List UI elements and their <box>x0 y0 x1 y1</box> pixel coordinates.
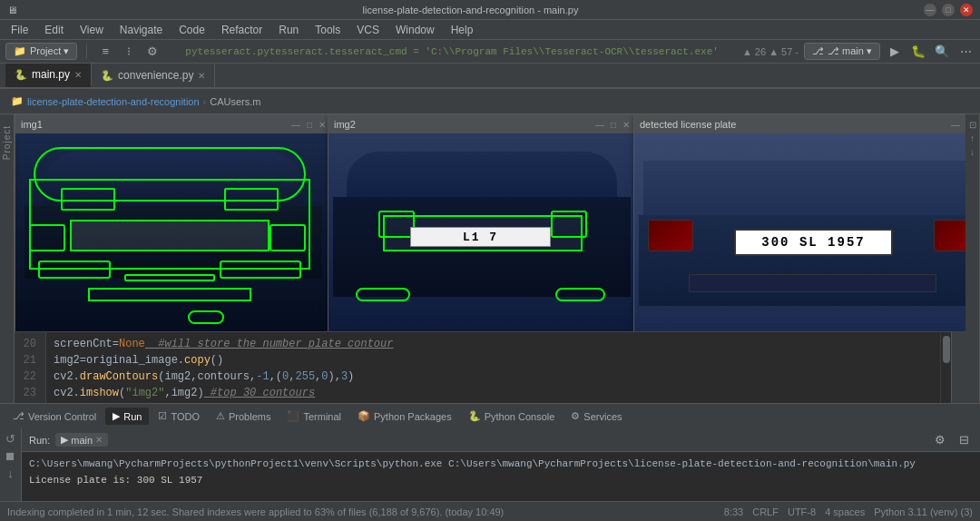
file-tabs: 🐍 main.py ✕ 🐍 convenience.py ✕ <box>0 64 980 89</box>
status-indent[interactable]: 4 spaces <box>825 506 865 517</box>
status-crlf[interactable]: CRLF <box>752 506 779 517</box>
close-button[interactable]: ✕ <box>960 4 973 16</box>
tab-close-icon[interactable]: ✕ <box>74 70 82 80</box>
var-screenCnt: screenCnt <box>54 338 113 350</box>
plate-text-img2: L1 7 <box>463 231 498 244</box>
window-controls-1: — □ ✕ <box>291 120 326 130</box>
scrollbar-thumb[interactable] <box>943 336 950 363</box>
tab-problems[interactable]: ⚠ Problems <box>209 408 278 425</box>
run-panel: ↺ ⏹ ↓ Run: ▶ main ✕ ⚙ ⊟ <box>0 428 980 501</box>
debug-icon[interactable]: 🐛 <box>909 43 927 61</box>
project-label-sidebar[interactable]: Project <box>2 125 12 160</box>
python-icon-2: 🐍 <box>101 70 113 82</box>
breadcrumb: 📁 license-plate-detection-and-recognitio… <box>4 89 980 113</box>
run-tab-label: Run <box>123 411 142 422</box>
app-icon: 🖥 <box>7 5 17 15</box>
bottom-toolbar: ⎇ Version Control ▶ Run ☑ TODO ⚠ Problem… <box>0 403 980 428</box>
structure-panel[interactable]: Structure <box>951 332 965 403</box>
run-restart-icon[interactable]: ↺ <box>5 432 15 446</box>
folder-icon: 📁 <box>14 45 26 57</box>
bookmark-icon-3[interactable]: ↓ <box>970 147 975 157</box>
terminal-icon: ⬛ <box>287 410 299 422</box>
image-titlebar-2: img2 — □ ✕ <box>328 115 635 133</box>
tab-run[interactable]: ▶ Run <box>105 408 149 425</box>
tab-version-control[interactable]: ⎇ Version Control <box>5 408 103 425</box>
image-canvas-3: 300 SL 1957 <box>634 133 965 332</box>
run-tab-badge[interactable]: ▶ main ✕ <box>55 433 108 447</box>
code-scrollbar[interactable] <box>940 332 951 403</box>
menu-refactor[interactable]: Refactor <box>214 22 270 38</box>
run-command-text: C:\Users\mwang\PycharmProjects\pythonPro… <box>29 458 916 469</box>
tab-close-2-icon[interactable]: ✕ <box>198 71 205 81</box>
run-line-command: C:\Users\mwang\PycharmProjects\pythonPro… <box>29 456 973 472</box>
branch-selector[interactable]: ⎇ ⎇ main ▾ <box>804 43 880 60</box>
minimize-button[interactable]: — <box>924 4 936 16</box>
structure-icon[interactable]: ≡ <box>96 43 114 61</box>
folder-icon-nav: 📁 <box>11 95 24 107</box>
status-encoding[interactable]: UTF-8 <box>788 506 816 517</box>
menu-code[interactable]: Code <box>172 22 212 38</box>
run-close-icon[interactable]: ✕ <box>95 435 103 445</box>
tab-python-console[interactable]: 🐍 Python Console <box>461 408 563 425</box>
tab-main-py[interactable]: 🐍 main.py ✕ <box>5 64 92 87</box>
code-content[interactable]: screenCnt = None #will store the number … <box>46 332 940 403</box>
maximize-button[interactable]: □ <box>942 4 955 16</box>
run-output-text: License plate is: 300 SL 1957 <box>29 475 202 486</box>
image-titlebar-3: detected license plate — □ ✕ <box>634 115 965 133</box>
image-canvas-1 <box>15 133 331 332</box>
align-icon[interactable]: ⁝ <box>120 43 138 61</box>
packages-label: Python Packages <box>374 411 452 422</box>
run-settings-icon[interactable]: ⚙ <box>931 431 949 449</box>
settings-icon[interactable]: ⚙ <box>143 43 162 61</box>
run-tab-name: main <box>71 435 93 446</box>
tab-todo[interactable]: ☑ TODO <box>151 408 207 425</box>
menu-navigate[interactable]: Navigate <box>113 22 170 38</box>
bookmark-icon-2[interactable]: ↑ <box>970 133 975 143</box>
services-icon: ⚙ <box>571 410 580 422</box>
project-label: Project ▾ <box>30 45 69 57</box>
menu-vcs[interactable]: VCS <box>349 22 387 38</box>
line-num-23: 23 <box>15 385 42 401</box>
run-output: C:\Users\mwang\PycharmProjects\pythonPro… <box>22 452 980 501</box>
line-col-indicator: ▲ 26 ▲ 57 - <box>742 46 799 57</box>
status-left: Indexing completed in 1 min, 12 sec. Sha… <box>7 506 504 517</box>
packages-icon: 📦 <box>358 410 370 422</box>
menu-edit[interactable]: Edit <box>37 22 71 38</box>
search-icon[interactable]: 🔍 <box>933 43 951 61</box>
menu-run[interactable]: Run <box>271 22 306 38</box>
run-stop-icon[interactable]: ⏹ <box>5 449 16 463</box>
image-window-3[interactable]: detected license plate — □ ✕ <box>633 114 965 332</box>
run-tab-icon: ▶ <box>113 410 120 422</box>
code-line-22: cv2 . drawContours ( img2 , contours , -… <box>54 369 933 385</box>
status-python-version[interactable]: Python 3.11 (venv) (3) <box>874 506 973 517</box>
python-console-icon: 🐍 <box>468 410 481 422</box>
bookmark-icon-1[interactable]: ⊡ <box>969 120 976 130</box>
project-name[interactable]: license-plate-detection-and-recognition <box>27 96 200 107</box>
menu-file[interactable]: File <box>4 22 35 38</box>
menu-tools[interactable]: Tools <box>308 22 348 38</box>
menu-view[interactable]: View <box>73 22 111 38</box>
run-expand-icon[interactable]: ⊟ <box>955 431 973 449</box>
project-selector[interactable]: 📁 Project ▾ <box>5 43 77 60</box>
todo-icon: ☑ <box>158 410 167 422</box>
python-icon: 🐍 <box>15 69 27 81</box>
file-name-nav[interactable]: CAUsers.m <box>210 96 260 107</box>
tab-services[interactable]: ⚙ Services <box>564 408 629 425</box>
nav-bar: 📁 license-plate-detection-and-recognitio… <box>0 89 980 114</box>
tab-convenience-py[interactable]: 🐍 convenience.py ✕ <box>92 64 215 87</box>
window-controls-2: — □ ✕ <box>595 120 630 130</box>
menu-help[interactable]: Help <box>444 22 481 38</box>
run-left-icons: ↺ ⏹ ↓ <box>0 428 22 501</box>
more-icon[interactable]: ⋯ <box>956 43 975 61</box>
run-icon[interactable]: ▶ <box>886 43 904 61</box>
image-window-2[interactable]: img2 — □ ✕ <box>328 114 636 332</box>
run-scroll-icon[interactable]: ↓ <box>7 467 14 480</box>
code-editor: 20 21 22 23 24 25 screenCnt = None #will… <box>15 332 965 403</box>
run-header: Run: ▶ main ✕ ⚙ ⊟ <box>22 428 980 452</box>
tab-python-packages[interactable]: 📦 Python Packages <box>350 408 459 425</box>
version-control-icon: ⎇ <box>13 410 24 422</box>
image-window-1[interactable]: img1 — □ ✕ <box>15 114 332 332</box>
tab-terminal[interactable]: ⬛ Terminal <box>279 408 348 425</box>
image-area: img1 — □ ✕ <box>15 114 965 332</box>
menu-window[interactable]: Window <box>388 22 442 38</box>
